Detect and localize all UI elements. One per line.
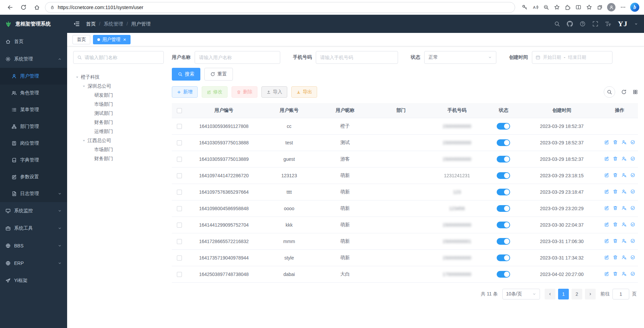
status-toggle[interactable]: [497, 139, 510, 146]
row-reset-password-icon[interactable]: [622, 271, 627, 276]
row-delete-icon[interactable]: [613, 255, 618, 260]
row-checkbox[interactable]: [177, 255, 182, 261]
refresh-table-icon[interactable]: [621, 89, 627, 95]
page-size-select[interactable]: 10条/页: [502, 289, 540, 299]
status-toggle[interactable]: [497, 172, 510, 179]
row-checkbox[interactable]: [177, 124, 182, 129]
delete-button[interactable]: 删除: [232, 86, 257, 98]
browser-back-icon[interactable]: [5, 2, 15, 13]
date-range-picker[interactable]: 开始日期 - 结束日期: [532, 51, 612, 64]
row-checkbox[interactable]: [177, 173, 182, 178]
browser-home-icon[interactable]: [32, 2, 42, 13]
row-edit-icon[interactable]: [604, 222, 609, 227]
favorites-icon[interactable]: [584, 3, 594, 12]
row-assign-role-icon[interactable]: [630, 255, 635, 260]
end-date-placeholder[interactable]: 结束日期: [568, 54, 586, 60]
row-edit-icon[interactable]: [604, 205, 609, 210]
row-edit-icon[interactable]: [604, 271, 609, 276]
tree-node[interactable]: 运维部门: [73, 127, 164, 136]
tree-node[interactable]: 研发部门: [73, 91, 164, 100]
sidebar-item-role-management[interactable]: 角色管理: [0, 85, 67, 101]
user-logo[interactable]: YJ: [618, 20, 628, 28]
breadcrumb-item[interactable]: 系统管理: [104, 21, 123, 27]
sidebar-item-dictionary-management[interactable]: 字典管理: [0, 152, 67, 169]
sidebar-item-menu-management[interactable]: 菜单管理: [0, 101, 67, 118]
copilot-icon[interactable]: b: [630, 3, 639, 12]
row-assign-role-icon[interactable]: [630, 238, 635, 243]
status-toggle[interactable]: [497, 238, 510, 245]
row-checkbox[interactable]: [177, 239, 182, 244]
row-checkbox[interactable]: [177, 272, 182, 277]
row-checkbox[interactable]: [177, 206, 182, 211]
row-edit-icon[interactable]: [604, 255, 609, 260]
status-toggle[interactable]: [497, 156, 510, 162]
username-input[interactable]: [195, 51, 280, 64]
tree-node[interactable]: 橙子科技: [73, 73, 164, 82]
status-toggle[interactable]: [497, 189, 510, 195]
font-size-icon[interactable]: [605, 21, 611, 27]
tree-node[interactable]: 江西总公司: [73, 136, 164, 145]
sidebar-item-post-management[interactable]: 岗位管理: [0, 135, 67, 152]
tab-user-management[interactable]: 用户管理 ×: [93, 35, 131, 44]
extensions-icon[interactable]: [563, 3, 572, 12]
row-assign-role-icon[interactable]: [630, 222, 635, 227]
row-assign-role-icon[interactable]: [630, 173, 635, 178]
department-search-input[interactable]: [85, 55, 160, 60]
sidebar-item-parameter-settings[interactable]: 参数设置: [0, 169, 67, 185]
tree-expand-caret-icon[interactable]: [82, 84, 86, 88]
row-delete-icon[interactable]: [613, 271, 618, 276]
breadcrumb-item[interactable]: 用户管理: [131, 21, 151, 27]
row-reset-password-icon[interactable]: [622, 189, 627, 194]
more-options-icon[interactable]: [618, 3, 628, 12]
row-edit-icon[interactable]: [604, 238, 609, 243]
goto-page-input[interactable]: [612, 289, 629, 299]
row-delete-icon[interactable]: [613, 156, 618, 161]
page-button-2[interactable]: 2: [572, 289, 582, 299]
status-toggle[interactable]: [497, 271, 510, 278]
row-reset-password-icon[interactable]: [622, 173, 627, 178]
edit-button[interactable]: 修改: [202, 86, 228, 98]
tree-node[interactable]: 深圳总公司: [73, 82, 164, 91]
search-button[interactable]: 搜索: [172, 68, 200, 81]
row-delete-icon[interactable]: [613, 238, 618, 243]
column-settings-icon[interactable]: [633, 89, 638, 95]
row-delete-icon[interactable]: [613, 140, 618, 145]
status-toggle[interactable]: [497, 254, 510, 261]
add-button[interactable]: 新增: [172, 86, 198, 98]
row-reset-password-icon[interactable]: [622, 222, 627, 227]
collections-icon[interactable]: [595, 3, 604, 12]
tree-expand-caret-icon[interactable]: [82, 139, 86, 143]
add-favorite-icon[interactable]: [552, 3, 561, 12]
status-toggle[interactable]: [497, 222, 510, 228]
status-toggle[interactable]: [497, 205, 510, 212]
reset-button[interactable]: 重置: [204, 68, 233, 81]
tree-expand-caret-icon[interactable]: [75, 75, 79, 79]
user-menu-chevron-down-icon[interactable]: [634, 22, 638, 26]
tree-node[interactable]: 测试部门: [73, 109, 164, 118]
password-key-icon[interactable]: [520, 3, 529, 12]
toggle-search-button[interactable]: [604, 86, 615, 98]
phone-input[interactable]: [316, 51, 398, 64]
status-select[interactable]: 正常: [424, 51, 496, 64]
row-assign-role-icon[interactable]: [630, 156, 635, 161]
prev-page-button[interactable]: [545, 289, 555, 299]
tree-node[interactable]: 财务部门: [73, 118, 164, 127]
row-edit-icon[interactable]: [604, 140, 609, 145]
select-all-checkbox[interactable]: [177, 108, 182, 113]
row-edit-icon[interactable]: [604, 189, 609, 194]
sidebar-item-department-management[interactable]: 部门管理: [0, 118, 67, 135]
sidebar-item-erp[interactable]: ERP: [0, 254, 67, 272]
row-checkbox[interactable]: [177, 157, 182, 162]
sidebar-item-system-management[interactable]: 系统管理: [0, 50, 67, 68]
row-delete-icon[interactable]: [613, 189, 618, 194]
page-button-1[interactable]: 1: [558, 289, 569, 299]
row-reset-password-icon[interactable]: [622, 140, 627, 145]
row-reset-password-icon[interactable]: [622, 205, 627, 210]
browser-refresh-icon[interactable]: [18, 2, 29, 13]
collapse-sidebar-icon[interactable]: [73, 20, 80, 27]
row-edit-icon[interactable]: [604, 173, 609, 178]
start-date-placeholder[interactable]: 开始日期: [543, 54, 561, 60]
row-assign-role-icon[interactable]: [630, 189, 635, 194]
row-reset-password-icon[interactable]: [622, 156, 627, 161]
github-icon[interactable]: [567, 21, 573, 27]
